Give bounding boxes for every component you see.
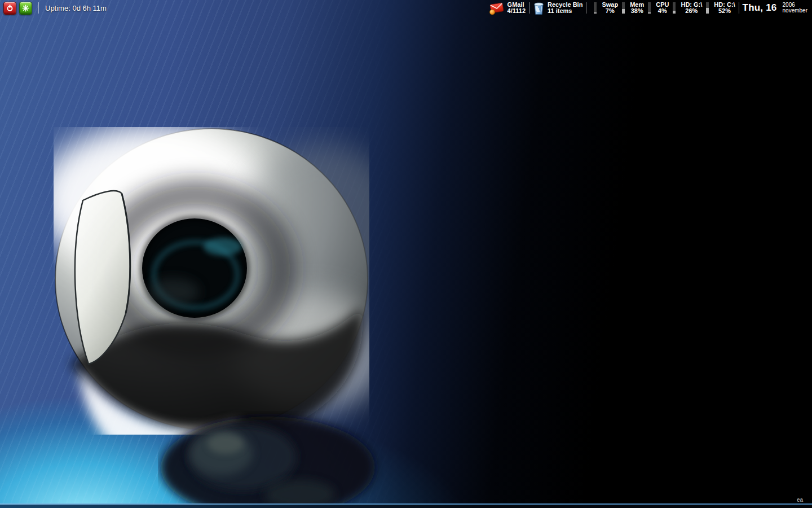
recycle-bin-count: 11 items (548, 8, 572, 14)
desktop-screen: Uptime: 0d 6h 11m (0, 0, 812, 508)
swap-meter-bar (594, 2, 597, 14)
bottom-edge-strip (0, 503, 812, 508)
bottom-edge-shadow (0, 505, 812, 508)
cpu-meter-widget: CPU 4% (644, 2, 669, 14)
uptime-label: Uptime: 0d 6h 11m (45, 4, 107, 12)
desktop-top-bar: Uptime: 0d 6h 11m (0, 0, 812, 16)
hd-c-meter-widget: HD: C:\ 52% (702, 2, 735, 14)
divider (38, 2, 39, 14)
divider (529, 2, 529, 14)
wallpaper-torus-art (54, 127, 369, 435)
power-button[interactable] (3, 2, 16, 15)
wallpaper-reflection-art (158, 411, 383, 508)
date-day: Thu, 16 (743, 2, 777, 14)
gmail-icon (489, 1, 505, 15)
watermark-label: ea (797, 497, 803, 503)
swap-value: 7% (606, 8, 615, 14)
hd-g-meter-widget: HD: G:\ 26% (669, 2, 702, 14)
gmail-count: 4/1112 (508, 8, 526, 14)
hd-g-meter-bar (673, 2, 676, 14)
date-widget: Thu, 16 2006 november (743, 2, 807, 14)
hd-g-value: 26% (685, 8, 698, 14)
divider (586, 2, 586, 14)
gmail-widget[interactable]: GMail 4/1112 (489, 1, 526, 15)
hd-c-meter-bar (706, 2, 709, 14)
swap-meter-widget: Swap 7% (590, 2, 618, 14)
mem-value: 38% (631, 8, 643, 14)
date-month: november (783, 8, 807, 14)
divider (739, 2, 739, 14)
recycle-bin-widget[interactable]: Recycle Bin 11 items (533, 1, 582, 15)
power-icon (6, 5, 14, 12)
hd-c-value: 52% (718, 8, 731, 14)
recycle-bin-icon (533, 1, 545, 15)
cpu-value: 4% (658, 8, 667, 14)
mem-meter-bar (622, 2, 625, 14)
restart-button[interactable] (19, 2, 32, 15)
cpu-meter-bar (648, 2, 651, 14)
spark-icon (22, 5, 29, 12)
mem-meter-widget: Mem 38% (618, 2, 644, 14)
